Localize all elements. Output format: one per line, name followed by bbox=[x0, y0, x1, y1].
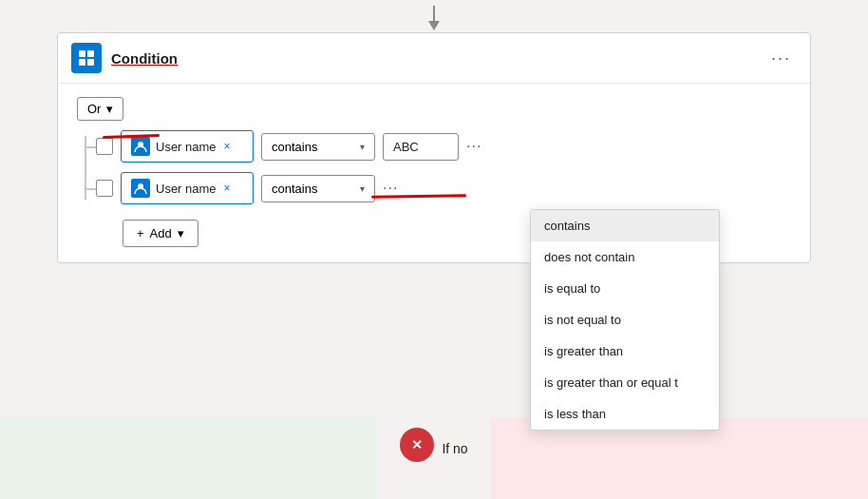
svg-rect-5 bbox=[87, 59, 94, 66]
svg-rect-3 bbox=[87, 50, 94, 57]
dropdown-item-contains[interactable]: contains bbox=[531, 210, 719, 241]
field-chip-2[interactable]: User name × bbox=[121, 172, 254, 204]
flow-arrow bbox=[423, 6, 445, 32]
card-header: Condition ··· bbox=[58, 33, 810, 84]
dropdown-item-is-less-than[interactable]: is less than bbox=[531, 398, 719, 430]
card-title-text: Condition bbox=[111, 50, 178, 67]
add-label: Add bbox=[150, 226, 172, 240]
or-chevron-icon: ▾ bbox=[106, 102, 113, 116]
dropdown-item-is-greater-than-or-equal[interactable]: is greater than or equal t bbox=[531, 367, 719, 398]
top-connector bbox=[0, 0, 868, 32]
row-1-more[interactable]: ··· bbox=[466, 138, 481, 155]
dropdown-item-is-greater-than[interactable]: is greater than bbox=[531, 336, 719, 367]
if-no-badge: ✕ bbox=[400, 428, 434, 462]
condition-icon-svg bbox=[77, 48, 96, 67]
if-no-area: ✕ If no bbox=[400, 428, 467, 462]
operator-dropdown-1[interactable]: contains ▾ bbox=[261, 133, 375, 161]
dropdown-item-is-equal-to[interactable]: is equal to bbox=[531, 273, 719, 304]
h-tick bbox=[85, 146, 96, 148]
or-label: Or bbox=[87, 102, 101, 116]
x-icon: ✕ bbox=[411, 437, 423, 452]
row-1-checkbox[interactable] bbox=[96, 138, 113, 155]
field-close-1[interactable]: × bbox=[224, 140, 231, 153]
svg-rect-2 bbox=[79, 50, 85, 57]
user-icon-1 bbox=[131, 137, 150, 156]
or-dropdown[interactable]: Or ▾ bbox=[77, 97, 123, 121]
table-row: User name × contains ▾ ABC ··· bbox=[96, 130, 791, 163]
condition-icon bbox=[71, 43, 102, 73]
field-close-2[interactable]: × bbox=[224, 182, 231, 195]
add-chevron-icon: ▾ bbox=[178, 226, 184, 240]
dropdown-item-does-not-contain[interactable]: does not contain bbox=[531, 241, 719, 273]
operator-dropdown-2[interactable]: contains ▾ bbox=[261, 175, 375, 202]
add-plus-icon: + bbox=[137, 226, 144, 240]
svg-rect-4 bbox=[79, 59, 85, 66]
field-label-2: User name bbox=[156, 182, 217, 196]
bottom-left-yes bbox=[0, 418, 377, 499]
row-2-more[interactable]: ··· bbox=[383, 180, 398, 197]
if-no-label: If no bbox=[442, 441, 467, 456]
value-input-1[interactable]: ABC bbox=[383, 133, 459, 161]
op-chevron-1: ▾ bbox=[360, 142, 365, 152]
row-2-checkbox[interactable] bbox=[96, 180, 113, 197]
dropdown-item-is-not-equal-to[interactable]: is not equal to bbox=[531, 304, 719, 336]
h-tick-2 bbox=[85, 188, 96, 190]
card-title: Condition bbox=[111, 50, 765, 67]
op-label-1: contains bbox=[272, 140, 352, 154]
field-label-1: User name bbox=[156, 140, 217, 154]
bottom-section: ✕ If no bbox=[0, 418, 868, 499]
op-chevron-2: ▾ bbox=[360, 183, 365, 194]
svg-marker-1 bbox=[428, 21, 440, 30]
operator-dropdown-menu: contains does not contain is equal to is… bbox=[530, 209, 720, 431]
op-label-2: contains bbox=[272, 182, 352, 196]
bottom-center: ✕ If no bbox=[377, 418, 491, 499]
table-row: User name × contains ▾ ··· bbox=[96, 172, 791, 204]
card-more-button[interactable]: ··· bbox=[765, 47, 797, 70]
user-icon-2 bbox=[131, 179, 150, 198]
add-button[interactable]: + Add ▾ bbox=[123, 220, 198, 247]
